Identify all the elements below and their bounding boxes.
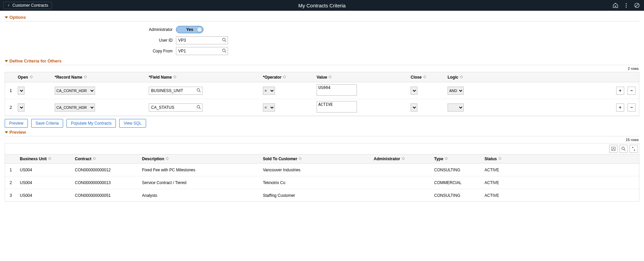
col-logic[interactable]: Logic [448,75,458,80]
back-button-label: Customer Contracts [12,3,48,8]
sort-grid-button[interactable] [630,145,638,153]
col-record[interactable]: *Record Name [55,75,82,80]
save-criteria-button[interactable]: Save Criteria [31,119,63,128]
personalize-grid-button[interactable] [609,145,617,153]
col-description[interactable]: Description [142,157,164,161]
section-preview-header[interactable]: Preview [5,130,639,136]
user-id-input[interactable] [176,36,228,44]
add-row-button[interactable]: + [616,87,624,95]
collapse-criteria-icon [5,60,8,62]
administrator-toggle[interactable]: Yes [176,26,203,33]
add-row-button[interactable]: + [616,103,624,112]
preview-grid: Business Unit Contract Description Sold … [5,143,639,202]
home-icon[interactable] [612,2,618,8]
section-criteria-header[interactable]: Define Criteria for Others [5,58,639,65]
criteria-row: 1 CA_CONTR_HDR = US004 AND + − [5,82,639,99]
top-banner: Customer Contracts My Contracts Criteria [0,0,644,11]
criteria-row-number: 1 [5,88,16,93]
col-administrator[interactable]: Administrator [374,157,400,161]
populate-button[interactable]: Populate My Contracts [66,119,116,128]
col-contract[interactable]: Contract [75,157,91,161]
nav-compass-icon[interactable] [634,2,640,8]
section-options: Options Administrator Yes User ID [5,15,639,56]
preview-grid-header: Business Unit Contract Description Sold … [5,154,639,164]
preview-button[interactable]: Preview [5,119,28,128]
back-button[interactable]: Customer Contracts [3,2,52,9]
copy-from-input[interactable] [176,47,228,55]
section-preview-title: Preview [9,130,26,135]
criteria-row-number: 2 [5,105,16,110]
col-field[interactable]: *Field Name [149,75,172,80]
section-criteria-title: Define Criteria for Others [9,58,61,63]
table-row: 2 US004 CON000000000013 Service Contract… [5,176,639,189]
open-paren-select[interactable] [18,87,25,95]
delete-row-button[interactable]: − [628,87,636,95]
col-open[interactable]: Open [18,75,28,80]
col-close[interactable]: Close [411,75,422,80]
administrator-label: Administrator [5,27,176,32]
field-lookup-icon[interactable] [196,88,201,93]
user-id-lookup-icon[interactable] [222,38,227,42]
operator-select[interactable]: = [263,103,275,112]
preview-rows-count: 15 rows [5,136,639,143]
operator-select[interactable]: = [263,87,275,95]
section-criteria: Define Criteria for Others 2 rows Open *… [5,58,639,128]
close-paren-select[interactable] [411,87,417,95]
copy-from-lookup-icon[interactable] [222,48,227,53]
toggle-knob [197,27,202,32]
section-options-title: Options [9,15,26,20]
preview-grid-body[interactable]: 1 US004 CON000000000012 Fixed Fee with P… [5,164,639,201]
copy-from-label: Copy From [5,49,176,53]
col-business-unit[interactable]: Business Unit [20,157,47,161]
criteria-row: 2 CA_CONTR_HDR = ACTIVE + − [5,99,639,116]
field-name-input[interactable] [149,103,202,112]
record-name-select[interactable]: CA_CONTR_HDR [55,87,95,95]
section-options-header[interactable]: Options [5,15,639,21]
criteria-grid-header: Open *Record Name *Field Name *Operator … [5,72,639,82]
table-row: 3 US004 CON000000000051 Analysts Staffin… [5,189,639,201]
col-customer[interactable]: Sold To Customer [263,157,297,161]
user-id-label: User ID [5,38,176,43]
col-operator[interactable]: *Operator [263,75,281,80]
criteria-rows-count: 2 rows [5,65,639,72]
col-status[interactable]: Status [485,157,497,161]
logic-select[interactable] [448,103,464,112]
col-value[interactable]: Value [317,75,327,80]
record-name-select[interactable]: CA_CONTR_HDR [55,103,95,112]
col-type[interactable]: Type [434,157,443,161]
value-input[interactable]: ACTIVE [317,101,357,113]
close-paren-select[interactable] [411,103,417,112]
logic-select[interactable]: AND [448,87,464,95]
field-lookup-icon[interactable] [196,105,201,110]
delete-row-button[interactable]: − [628,103,636,112]
value-input[interactable]: US004 [317,84,357,96]
find-in-grid-button[interactable] [619,145,628,153]
collapse-options-icon [5,16,8,18]
actions-menu-icon[interactable] [623,2,629,8]
table-row: 1 US004 CON000000000012 Fixed Fee with P… [5,164,639,176]
chevron-left-icon [7,3,10,7]
open-paren-select[interactable] [18,103,25,112]
section-preview: Preview 15 rows Business Unit Contract D… [5,130,639,202]
field-name-input[interactable] [149,87,202,95]
collapse-preview-icon [5,131,8,133]
view-sql-button[interactable]: View SQL [119,119,146,128]
criteria-grid: Open *Record Name *Field Name *Operator … [5,72,639,116]
page-title: My Contracts Criteria [298,3,346,8]
